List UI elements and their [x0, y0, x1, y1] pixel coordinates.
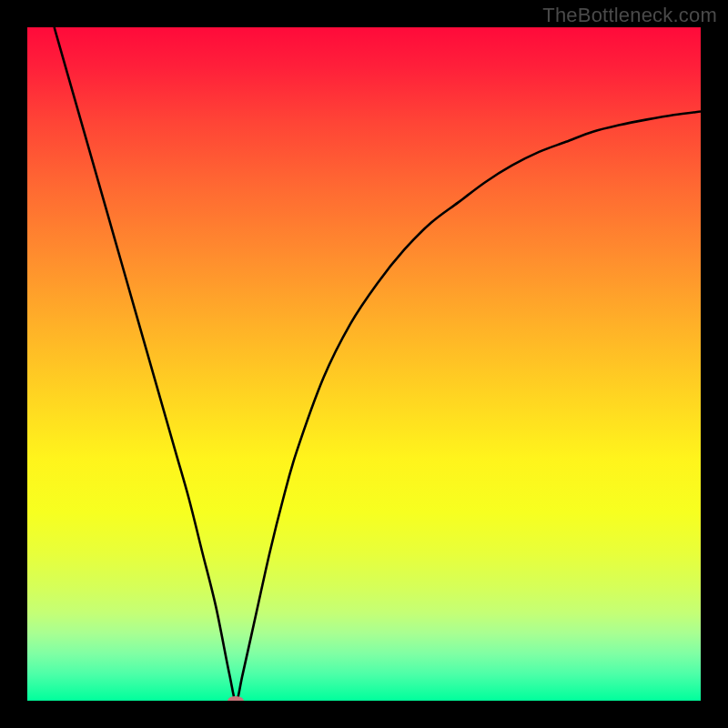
watermark-text: TheBottleneck.com [542, 4, 717, 27]
chart-frame: TheBottleneck.com [0, 0, 728, 728]
bottleneck-curve [55, 27, 701, 701]
curve-svg [27, 27, 701, 701]
plot-area [27, 27, 701, 701]
